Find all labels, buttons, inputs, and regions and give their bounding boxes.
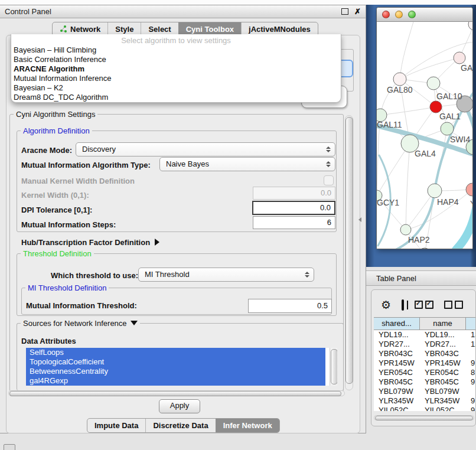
table-cell: 12 [466,340,476,349]
mi-steps-label: Mutual Information Steps: [21,220,116,229]
zoom-traffic-light-icon[interactable] [408,11,416,18]
attribute-list-item[interactable]: gal4RGexp [26,376,325,386]
attributes-scrollbar[interactable] [330,348,337,386]
close-icon[interactable]: ✗ [354,9,361,15]
node-hap4[interactable] [428,184,442,198]
close-traffic-light-icon[interactable] [382,11,390,18]
tab-label: Infer Network [223,421,272,430]
table-panel-window: ⚙ shared... name A YDL19...YDL19...13YDR… [371,289,476,426]
table-cell: YDL19... [374,330,420,340]
node-label: HAP2 [408,235,430,244]
which-threshold-select[interactable]: MI Threshold [138,268,314,282]
algorithm-option[interactable]: Mutual Information Inference [11,74,341,83]
table-row[interactable]: YLR345WYLR345W9. [374,396,476,406]
mi-threshold-label: Mutual Information Threshold: [26,301,137,310]
panel-resize-grip-icon[interactable] [358,217,361,222]
column-header-name[interactable]: name [420,318,466,330]
node-swi4[interactable] [441,122,454,135]
settings-vertical-scrollbar[interactable] [345,115,353,390]
select-all-checkboxes-icon[interactable] [415,301,433,309]
node[interactable] [468,22,472,30]
column-header-partial[interactable]: A [466,318,476,330]
apply-button[interactable]: Apply [159,399,200,413]
node[interactable] [418,248,431,249]
scrollbar-thumb[interactable] [9,391,341,396]
stepper-icon [305,272,309,278]
hub-definition-toggle[interactable]: Hub/Transcription Factor Definition [21,238,159,247]
mi-steps-input[interactable]: 6 [253,216,335,229]
deselect-all-checkboxes-icon[interactable] [444,301,463,309]
aracne-mode-label: Aracne Mode: [21,146,72,155]
table-cell: 9. [466,358,476,368]
stepper-icon [326,146,331,152]
group-title: Cyni Algorithm Settings [14,110,97,119]
sources-toggle[interactable]: Sources for Network Inference [21,319,140,328]
table-horizontal-scrollbar[interactable] [374,415,474,420]
table-row[interactable]: YDL19...YDL19...13 [374,330,476,340]
collapsed-panel-icon[interactable] [4,444,15,450]
attribute-list-item[interactable]: TopologicalCoefficient [26,357,325,367]
node-label: GAL4 [415,149,436,158]
node[interactable] [454,52,465,64]
settings-horizontal-scrollbar[interactable] [8,390,345,396]
node-label: GAL11 [377,120,402,129]
table-cell: YBR043C [374,349,420,358]
algorithm-option[interactable]: Bayesian – Hill Climbing [11,45,341,55]
algorithm-option[interactable]: ARACNE Algorithm [11,64,341,74]
stepper-icon [326,161,331,167]
sources-title: Sources for Network Inference [23,319,127,328]
algorithm-option[interactable]: Dream8 DC_TDC Algorithm [11,93,341,102]
column-header-shared-name[interactable]: shared... [374,318,420,330]
network-icon [60,25,67,34]
algorithm-option[interactable]: Bayesian – K2 [11,83,341,93]
attribute-list-item[interactable]: SelfLoops [26,348,325,357]
mi-algorithm-type-select[interactable]: Naive Bayes [159,157,335,171]
node-gal10[interactable] [427,77,440,90]
data-attributes-list[interactable]: SelfLoopsTopologicalCoefficientBetweenne… [26,348,337,386]
selected-value: MI Threshold [145,270,190,279]
mi-threshold-input[interactable]: 0.5 [248,299,332,313]
table-cell: YLR345W [420,396,466,406]
table-row[interactable]: YPR145WYPR145W9. [374,358,476,368]
column-visibility-icon[interactable] [402,299,404,311]
node-gal80[interactable] [393,73,406,86]
network-graph: GAL7 GAL80 GAL10 GAL1 GAL11 SWI4 GAL4 GC… [377,22,472,249]
scrollbar-thumb[interactable] [375,416,473,420]
algorithm-dropdown-list: Bayesian – Hill ClimbingBasic Correlatio… [11,45,341,102]
table-row[interactable]: YBR043CYBR043C [374,349,476,358]
scrollbar-thumb[interactable] [345,117,353,384]
scrollbar-thumb[interactable] [331,349,337,384]
dpi-tolerance-input[interactable]: 0.0 [252,201,335,215]
node-gal1-red[interactable] [430,101,442,113]
node-label: SWI4 [450,135,470,144]
table-cell: YER054C [420,368,466,377]
table-cell: YDR27... [374,340,420,349]
node-hap2[interactable] [400,224,411,235]
node-label: Y [470,199,472,208]
float-window-icon[interactable] [341,8,348,15]
tab-discretize-data[interactable]: Discretize Data [145,419,215,432]
attribute-list-item[interactable]: BetweennessCentrality [26,367,325,376]
network-canvas[interactable]: GAL7 GAL80 GAL10 GAL1 GAL11 SWI4 GAL4 GC… [377,22,472,249]
table-row[interactable]: YDR27...YDR27...12 [374,340,476,349]
manual-kernel-checkbox[interactable] [324,175,334,185]
tab-infer-network[interactable]: Infer Network [216,419,279,432]
table-cell: YPR145W [374,358,420,368]
table-cell: YIL052C [420,406,466,411]
minimize-traffic-light-icon[interactable] [395,11,403,18]
kernel-width-input[interactable]: 0.0 [253,187,335,200]
aracne-mode-select[interactable]: Discovery [76,142,335,156]
control-panel-window: Control Panel ✗ Network Style Select Cyn… [0,5,366,433]
table-row[interactable]: YBL079WYBL079W [374,387,476,396]
node-labels: GAL7 GAL80 GAL10 GAL1 GAL11 SWI4 GAL4 GC… [377,63,472,244]
settings-gear-icon[interactable]: ⚙ [381,299,391,311]
tab-label: Impute Data [94,421,138,430]
table-row[interactable]: YER054CYER054C8. [374,368,476,377]
table-row[interactable]: YBR045CYBR045C9. [374,377,476,387]
algorithm-dropdown: Select algorithm to view settings Bayesi… [11,34,341,103]
table-row[interactable]: YIL052CYIL052C9 [374,406,476,411]
tab-impute-data[interactable]: Impute Data [87,419,145,432]
table-panel-titlebar: Table Panel [366,270,476,286]
algorithm-option[interactable]: Basic Correlation Inference [11,55,341,64]
node-label: HAP4 [437,197,459,207]
